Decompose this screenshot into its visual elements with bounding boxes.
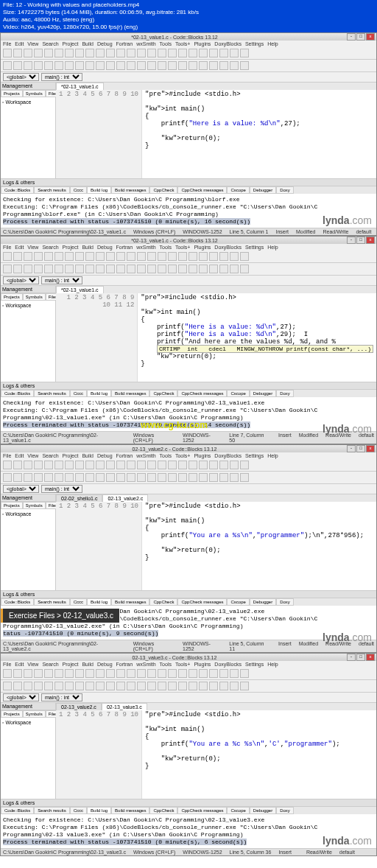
tree-item[interactable]: ◦ Workspace <box>2 99 54 105</box>
toolbar-button[interactable] <box>85 265 94 273</box>
toolbar-button[interactable] <box>168 61 177 70</box>
menu-fortran[interactable]: Fortran <box>116 453 133 458</box>
menu-search[interactable]: Search <box>42 41 58 46</box>
sidebar-tab[interactable]: Projects <box>1 90 23 97</box>
toolbar-button[interactable] <box>188 252 197 261</box>
toolbar-button[interactable] <box>96 49 105 57</box>
menu-build[interactable]: Build <box>82 453 94 458</box>
toolbar-button[interactable] <box>116 265 125 273</box>
toolbar-button[interactable] <box>3 669 12 678</box>
toolbar-button[interactable] <box>24 669 32 678</box>
toolbar-button[interactable] <box>13 61 22 70</box>
toolbar-button[interactable] <box>158 682 166 690</box>
log-tab[interactable]: Search results <box>34 598 69 606</box>
log-tab[interactable]: CppCheck <box>149 807 177 814</box>
toolbar-button[interactable] <box>137 473 146 482</box>
toolbar-button[interactable] <box>209 461 218 469</box>
toolbar-button[interactable] <box>137 61 146 70</box>
sidebar-tab[interactable]: Symbols <box>23 293 46 301</box>
toolbar-button[interactable] <box>65 669 74 678</box>
log-tab[interactable]: Cscope <box>227 390 249 397</box>
close-button[interactable]: x <box>366 445 375 452</box>
code-area[interactable]: 1 2 3 4 5 6 7 8 9 10 11 12 "pre">#includ… <box>56 293 376 382</box>
close-button[interactable]: x <box>366 33 375 41</box>
toolbar-button[interactable] <box>158 252 166 261</box>
menu-tools+[interactable]: Tools+ <box>175 662 190 667</box>
toolbar-button[interactable] <box>188 461 197 469</box>
log-tab[interactable]: Build log <box>87 186 111 194</box>
menu-project[interactable]: Project <box>63 662 79 667</box>
log-tab[interactable]: Code::Blocks <box>1 186 34 194</box>
menu-tools[interactable]: Tools <box>160 453 172 458</box>
toolbar-button[interactable] <box>127 669 135 678</box>
toolbar-button[interactable] <box>24 461 32 469</box>
menu-build[interactable]: Build <box>82 662 94 667</box>
code-area[interactable]: 1 2 3 4 5 6 7 8 9 10 "pre">#include <std… <box>56 710 376 799</box>
toolbar-button[interactable] <box>54 49 63 57</box>
menu-tools+[interactable]: Tools+ <box>175 453 190 458</box>
toolbar-button[interactable] <box>13 252 22 261</box>
toolbar-button[interactable] <box>240 682 249 690</box>
scope-select[interactable]: <global> <box>3 693 39 701</box>
menu-edit[interactable]: Edit <box>15 245 24 250</box>
toolbar-button[interactable] <box>54 473 63 482</box>
toolbar-button[interactable] <box>116 669 125 678</box>
toolbar-button[interactable] <box>106 265 115 273</box>
log-tab[interactable]: Search results <box>34 807 69 814</box>
menu-project[interactable]: Project <box>63 453 79 458</box>
log-tab[interactable]: Debugger <box>250 598 276 606</box>
toolbar-button[interactable] <box>44 669 53 678</box>
menu-settings[interactable]: Settings <box>245 453 264 458</box>
toolbar-button[interactable] <box>65 682 74 690</box>
toolbar-button[interactable] <box>106 473 115 482</box>
toolbar-button[interactable] <box>230 49 239 57</box>
maximize-button[interactable]: □ <box>356 445 365 452</box>
toolbar-button[interactable] <box>168 49 177 57</box>
toolbar-button[interactable] <box>116 461 125 469</box>
log-tab[interactable]: CppCheck messages <box>177 186 227 194</box>
log-tab[interactable]: Cscope <box>227 186 249 194</box>
log-tab[interactable]: CppCheck messages <box>177 598 227 606</box>
menu-wxsmith[interactable]: wxSmith <box>136 41 155 46</box>
toolbar-button[interactable] <box>178 682 187 690</box>
toolbar-button[interactable] <box>230 61 239 70</box>
toolbar-button[interactable] <box>240 49 249 57</box>
menu-help[interactable]: Help <box>267 41 278 46</box>
toolbar-button[interactable] <box>147 669 156 678</box>
toolbar-button[interactable] <box>219 669 228 678</box>
toolbar-button[interactable] <box>75 473 84 482</box>
toolbar-button[interactable] <box>54 682 63 690</box>
menu-file[interactable]: File <box>3 662 11 667</box>
menu-doxyblocks[interactable]: DoxyBlocks <box>214 245 242 250</box>
toolbar-button[interactable] <box>240 252 249 261</box>
code-area[interactable]: 1 2 3 4 5 6 7 8 9 10 "pre">#include <std… <box>56 502 376 590</box>
log-tab[interactable]: Build log <box>87 598 111 606</box>
log-tab[interactable]: Doxy <box>276 186 294 194</box>
sidebar-tab[interactable]: Projects <box>1 293 23 301</box>
toolbar-button[interactable] <box>158 669 166 678</box>
toolbar-button[interactable] <box>96 669 105 678</box>
toolbar-button[interactable] <box>13 473 22 482</box>
toolbar-button[interactable] <box>127 473 135 482</box>
toolbar-button[interactable] <box>230 682 239 690</box>
menu-debug[interactable]: Debug <box>97 245 113 250</box>
toolbar-button[interactable] <box>127 49 135 57</box>
menu-view[interactable]: View <box>27 41 38 46</box>
toolbar-button[interactable] <box>106 49 115 57</box>
toolbar-button[interactable] <box>199 473 208 482</box>
menu-settings[interactable]: Settings <box>245 245 264 250</box>
log-tab[interactable]: Build log <box>87 807 111 814</box>
toolbar-button[interactable] <box>199 61 208 70</box>
menu-wxsmith[interactable]: wxSmith <box>136 453 155 458</box>
toolbar-button[interactable] <box>158 473 166 482</box>
tree-item[interactable]: ◦ Workspace <box>2 511 54 517</box>
menu-view[interactable]: View <box>27 662 38 667</box>
minimize-button[interactable]: - <box>347 445 356 452</box>
toolbar-button[interactable] <box>240 61 249 70</box>
toolbar-button[interactable] <box>85 473 94 482</box>
toolbar-button[interactable] <box>137 669 146 678</box>
log-tab[interactable]: Cccc <box>70 186 87 194</box>
toolbar-button[interactable] <box>85 61 94 70</box>
menu-doxyblocks[interactable]: DoxyBlocks <box>214 453 242 458</box>
tree-item[interactable]: ◦ Workspace <box>2 719 54 726</box>
